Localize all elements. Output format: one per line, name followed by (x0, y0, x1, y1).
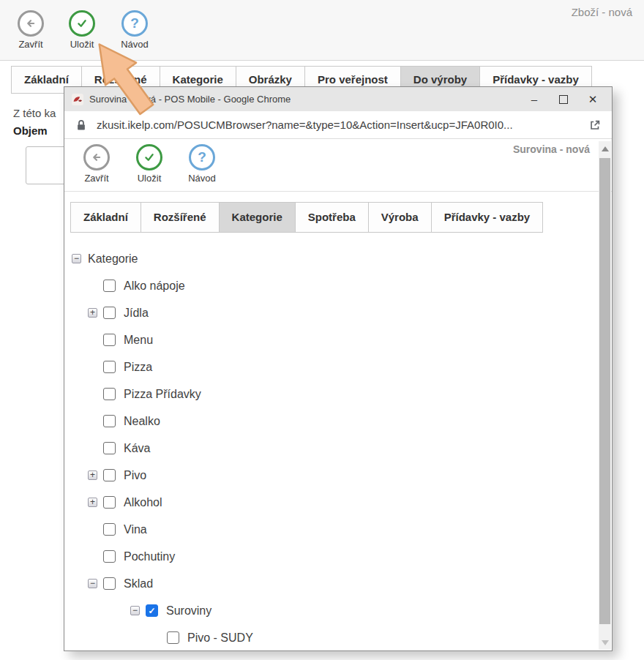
tree-item-vina[interactable]: Vina (64, 516, 599, 543)
popup-tab-rozsirene[interactable]: Rozšířené (141, 202, 220, 233)
background-help-button[interactable]: ? Návod (111, 10, 158, 50)
tree-item-alkohol[interactable]: +Alkohol (64, 489, 599, 516)
checkbox[interactable] (167, 631, 179, 644)
tree-item-label: Sklad (124, 577, 153, 590)
expander-spacer (88, 443, 97, 453)
tree-item-label: Nealko (124, 415, 160, 428)
scrollbar-thumb[interactable] (599, 158, 610, 624)
plus-expander-icon[interactable]: + (88, 308, 97, 318)
tree-item-pizza-pridavky[interactable]: Pizza Přídavky (64, 380, 599, 408)
button-label: Uložit (126, 173, 173, 184)
address-bar[interactable]: zkusit.ikelp.com/POSUCMBrowser?name=&typ… (64, 111, 612, 139)
scroll-down-button[interactable] (599, 635, 611, 650)
minus-expander-icon[interactable]: − (130, 606, 140, 615)
tree-item-jidla[interactable]: +Jídla (64, 299, 599, 326)
tree-item-label: Pivo - SUDY (187, 631, 253, 645)
checkbox[interactable] (103, 550, 116, 563)
tree-item-kava[interactable]: Káva (64, 435, 599, 462)
tree-item-label: Kategorie (88, 252, 138, 266)
tree-item-label: Pochutiny (124, 550, 175, 563)
popup-titlebar[interactable]: Surovina - nová - POS Mobile - Google Ch… (64, 87, 612, 111)
button-label: Uložit (59, 39, 105, 50)
tree-item-label: Káva (124, 442, 150, 455)
checkbox[interactable] (103, 334, 116, 346)
popup-save-button[interactable]: Uložit (126, 144, 173, 184)
popup-toolbar: Zavřít Uložit ? Návod Surovina - nová (64, 139, 612, 192)
popup-tab-spotreba[interactable]: Spotřeba (295, 202, 369, 233)
tree-item-label: Pizza (124, 361, 152, 374)
tree-item-menu[interactable]: Menu (64, 326, 599, 353)
background-close-button[interactable]: Zavřít (7, 10, 54, 50)
tree-item-label: Alko nápoje (124, 280, 185, 293)
triangle-up-icon (602, 146, 609, 151)
popup-tab-pridavky-vazby[interactable]: Přídavky - vazby (431, 202, 544, 233)
question-icon: ? (121, 10, 148, 37)
tree-item-pochutiny[interactable]: Pochutiny (64, 543, 599, 570)
window-title: Surovina - nová - POS Mobile - Google Ch… (89, 94, 291, 105)
checkbox[interactable] (103, 415, 116, 427)
maximize-icon (559, 95, 568, 104)
tree-item-alko-napoje[interactable]: Alko nápoje (64, 272, 599, 299)
close-window-button[interactable]: ✕ (578, 87, 607, 111)
category-tree: −KategorieAlko nápoje+JídlaMenuPizzaPizz… (64, 245, 599, 650)
tree-item-label: Vina (124, 523, 147, 536)
background-toolbar: Zavřít Uložit ? Návod Zboží - nová (0, 0, 644, 61)
plus-expander-icon[interactable]: + (88, 470, 97, 480)
tree-item-label: Suroviny (166, 604, 211, 618)
lock-icon (75, 119, 88, 132)
url-text: zkusit.ikelp.com/POSUCMBrowser?name=&typ… (97, 119, 588, 131)
expander-spacer (88, 416, 97, 426)
background-page-title: Zboží - nová (572, 6, 632, 18)
tree-item-pizza[interactable]: Pizza (64, 353, 599, 380)
minus-expander-icon[interactable]: − (72, 254, 81, 263)
tree-item-sklad[interactable]: −Sklad (64, 570, 599, 597)
tree-item-label: Pivo (124, 469, 146, 482)
back-arrow-icon (18, 10, 44, 37)
check-icon (69, 10, 95, 37)
popup-help-button[interactable]: ? Návod (179, 144, 225, 184)
checkbox[interactable] (103, 361, 116, 373)
tree-item-suroviny[interactable]: −✓Suroviny (64, 597, 599, 624)
popup-tab-zakladni[interactable]: Základní (70, 202, 141, 233)
tree-item-kategorie[interactable]: −Kategorie (64, 245, 599, 272)
checkbox[interactable] (103, 523, 116, 536)
tree-item-label: Pizza Přídavky (124, 388, 201, 401)
question-icon: ? (189, 144, 215, 170)
scroll-up-button[interactable] (599, 141, 611, 156)
plus-expander-icon[interactable]: + (88, 498, 97, 507)
maximize-button[interactable] (549, 87, 578, 111)
checkbox[interactable] (103, 577, 116, 590)
tree-item-nealko[interactable]: Nealko (64, 408, 599, 435)
checkbox[interactable] (103, 496, 116, 509)
tree-item-pivo-sudy[interactable]: Pivo - SUDY (64, 624, 599, 650)
checkbox-checked[interactable]: ✓ (146, 604, 158, 617)
expander-spacer (88, 525, 97, 534)
checkbox[interactable] (103, 469, 116, 481)
window-controls: – ✕ (520, 87, 607, 111)
screen: Zavřít Uložit ? Návod Zboží - nová Zákla… (0, 0, 644, 660)
checkbox[interactable] (103, 307, 116, 319)
tree-item-label: Alkohol (124, 496, 162, 509)
button-label: Návod (111, 39, 158, 50)
background-save-button[interactable]: Uložit (59, 10, 105, 50)
triangle-down-icon (602, 640, 609, 645)
popup-tab-kategorie[interactable]: Kategorie (219, 202, 296, 233)
popup-close-button[interactable]: Zavřít (73, 144, 120, 184)
popup-scrollbar[interactable] (599, 141, 611, 650)
expander-spacer (88, 552, 97, 561)
background-content: Z této ka Objem (13, 107, 56, 137)
checkbox[interactable] (103, 280, 116, 292)
open-in-new-icon[interactable] (588, 119, 602, 132)
button-label: Zavřít (7, 39, 54, 50)
check-icon (136, 144, 162, 170)
minus-expander-icon[interactable]: − (88, 579, 97, 588)
expander-spacer (88, 281, 97, 290)
checkbox[interactable] (103, 388, 116, 400)
expander-spacer (88, 389, 97, 399)
tree-item-label: Jídla (124, 307, 149, 320)
button-label: Zavřít (73, 173, 120, 184)
tree-item-pivo[interactable]: +Pivo (64, 462, 599, 489)
minimize-button[interactable]: – (520, 87, 549, 111)
popup-tab-vyroba[interactable]: Výroba (368, 202, 432, 233)
checkbox[interactable] (103, 442, 116, 454)
